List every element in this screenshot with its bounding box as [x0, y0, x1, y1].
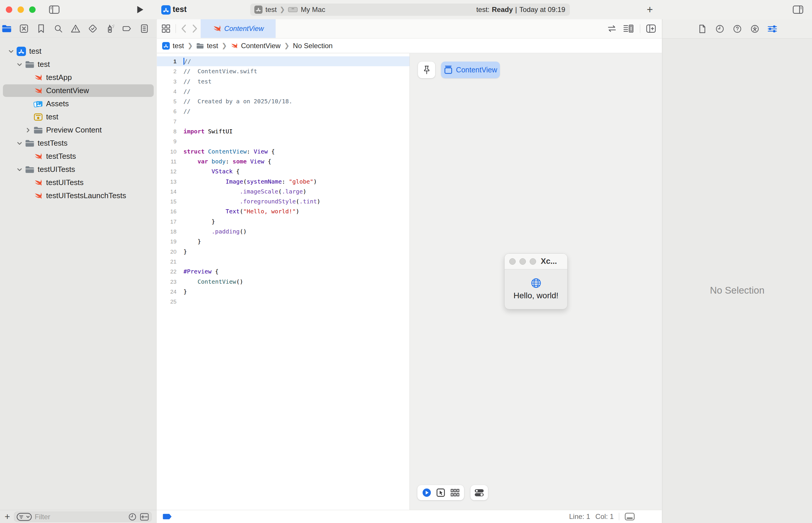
breakpoints-icon[interactable] — [122, 24, 132, 34]
pin-preview-button[interactable] — [418, 61, 435, 78]
file-inspector-icon[interactable] — [697, 24, 707, 34]
line-number: 15 — [157, 197, 176, 206]
code-line-22[interactable]: 22#Preview { — [157, 267, 410, 276]
code-line-20[interactable]: 20} — [157, 247, 410, 256]
tree-item-test[interactable]: test — [0, 44, 157, 58]
jumpbar-item-no-selection[interactable]: No Selection — [293, 42, 333, 50]
sdk-filter-icon[interactable] — [140, 513, 149, 521]
adjust-editor-options-icon[interactable] — [623, 24, 634, 33]
jumpbar-item-contentview[interactable]: ContentView — [230, 42, 281, 50]
code-line-8[interactable]: 8import SwiftUI — [157, 126, 410, 136]
jump-bar[interactable]: test❯test❯ContentView❯No Selection — [157, 38, 662, 53]
run-button[interactable] — [135, 5, 145, 15]
inspector-empty-state: No Selection — [662, 57, 812, 523]
minimap-toggle-icon[interactable] — [624, 512, 635, 521]
preview-selectable-button[interactable] — [436, 488, 446, 498]
tree-item-testapp[interactable]: testApp — [0, 71, 157, 84]
canvas-settings-button[interactable] — [470, 485, 488, 500]
find-icon[interactable] — [53, 24, 63, 34]
code-line-3[interactable]: 3// test — [157, 76, 410, 86]
chevron-down-icon[interactable] — [16, 61, 23, 68]
debug-icon[interactable] — [105, 24, 115, 34]
code-line-9[interactable]: 9 — [157, 136, 410, 146]
code-line-12[interactable]: 12 VStack { — [157, 166, 410, 176]
code-text: struct ContentView: View { — [184, 148, 275, 155]
source-editor[interactable]: 1//2// ContentView.swift3// test4//5// C… — [157, 53, 410, 510]
code-text: // Created by a on 2025/10/18. — [184, 98, 292, 105]
code-line-23[interactable]: 23 ContentView() — [157, 277, 410, 287]
tree-item-contentview[interactable]: ContentView — [0, 84, 157, 97]
zoom-window-button[interactable] — [29, 6, 36, 13]
bookmarks-icon[interactable] — [36, 24, 46, 34]
tree-item-test[interactable]: test — [0, 58, 157, 71]
tree-item-assets[interactable]: Assets — [0, 97, 157, 110]
code-line-21[interactable]: 21 — [157, 256, 410, 267]
code-line-5[interactable]: 5// Created by a on 2025/10/18. — [157, 96, 410, 106]
add-file-button[interactable]: + — [2, 511, 12, 522]
code-line-16[interactable]: 16 Text("Hello, world!") — [157, 206, 410, 216]
chevron-down-icon[interactable] — [16, 166, 23, 173]
close-window-button[interactable] — [6, 6, 12, 13]
jumpbar-item-test[interactable]: test — [162, 42, 184, 50]
code-line-1[interactable]: 1// — [157, 56, 410, 66]
preview-tab-button[interactable]: ContentView — [441, 61, 500, 78]
issues-icon[interactable] — [71, 24, 80, 34]
code-line-7[interactable]: 7 — [157, 116, 410, 126]
chevron-spacer — [24, 113, 32, 121]
code-line-18[interactable]: 18 .padding() — [157, 227, 410, 236]
tree-item-testuitestslaunchtests[interactable]: testUITestsLaunchTests — [0, 189, 157, 202]
tab-contentview[interactable]: ContentView — [201, 19, 276, 38]
quick-help-inspector-icon[interactable] — [732, 24, 742, 34]
tree-item-testtests[interactable]: testTests — [0, 137, 157, 150]
related-items-icon[interactable] — [161, 24, 171, 34]
filter-menu-icon[interactable] — [17, 513, 32, 521]
go-back-icon[interactable] — [181, 24, 187, 33]
chevron-down-icon[interactable] — [7, 48, 15, 55]
code-line-6[interactable]: 6// — [157, 106, 410, 116]
tree-item-test[interactable]: test — [0, 110, 157, 124]
code-line-2[interactable]: 2// ContentView.swift — [157, 66, 410, 76]
code-line-10[interactable]: 10struct ContentView: View { — [157, 146, 410, 157]
tree-item-testtests[interactable]: testTests — [0, 150, 157, 163]
chevron-down-icon[interactable] — [16, 140, 23, 147]
code-line-13[interactable]: 13 Image(systemName: "globe") — [157, 177, 410, 186]
chevron-right-icon[interactable] — [24, 127, 32, 134]
code-line-4[interactable]: 4// — [157, 86, 410, 96]
scheme-selector[interactable]: test ❯ My Mac — [254, 3, 325, 16]
code-review-icon[interactable] — [607, 24, 617, 33]
tree-item-label: test — [29, 47, 41, 56]
toggle-left-sidebar-icon[interactable] — [49, 5, 59, 15]
breakpoints-toggle[interactable] — [162, 513, 173, 520]
tree-item-testuitests[interactable]: testUITests — [0, 163, 157, 176]
go-forward-icon[interactable] — [192, 24, 198, 33]
attributes-inspector-icon[interactable] — [767, 24, 777, 34]
code-line-25[interactable]: 25 — [157, 296, 410, 306]
filter-field[interactable]: Filter — [14, 511, 152, 522]
add-button[interactable]: + — [644, 4, 656, 15]
code-line-11[interactable]: 11 var body: some View { — [157, 157, 410, 166]
code-line-19[interactable]: 19 } — [157, 236, 410, 246]
project-navigator-icon[interactable] — [2, 24, 12, 34]
code-line-24[interactable]: 24} — [157, 287, 410, 296]
tree-item-testuitests[interactable]: testUITests — [0, 176, 157, 189]
scheme-device[interactable]: My Mac — [301, 5, 325, 14]
preview-variants-button[interactable] — [450, 488, 460, 497]
code-line-17[interactable]: 17 } — [157, 217, 410, 227]
tree-item-preview-content[interactable]: Preview Content — [0, 124, 157, 137]
preview-live-button[interactable] — [422, 488, 432, 498]
preview-device-window[interactable]: Xc... Hello, world! — [504, 253, 568, 309]
jumpbar-item-test[interactable]: test — [196, 42, 218, 50]
history-inspector-icon[interactable] — [715, 24, 725, 34]
code-line-14[interactable]: 14 .imageScale(.large) — [157, 186, 410, 196]
add-editor-icon[interactable] — [646, 24, 656, 33]
accessibility-inspector-icon[interactable] — [750, 24, 760, 34]
recent-files-icon[interactable] — [128, 512, 137, 521]
minimize-window-button[interactable] — [18, 6, 24, 13]
reports-icon[interactable] — [139, 24, 149, 34]
scheme-status-pill[interactable]: test ❯ My Mac test: Ready | Today at 09:… — [250, 3, 570, 16]
tests-icon[interactable] — [88, 24, 98, 34]
toggle-right-sidebar-icon[interactable] — [792, 5, 804, 15]
scheme-target[interactable]: test — [265, 5, 277, 14]
code-line-15[interactable]: 15 .foregroundStyle(.tint) — [157, 196, 410, 206]
source-control-icon[interactable] — [19, 24, 29, 34]
